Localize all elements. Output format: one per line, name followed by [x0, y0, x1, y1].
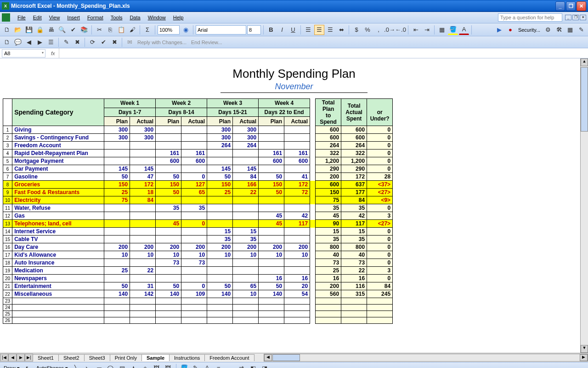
- rv-show-icon[interactable]: ☰: [46, 37, 56, 47]
- sheet-tab[interactable]: Instructions: [169, 354, 205, 361]
- print-preview-icon[interactable]: 🔍: [57, 25, 67, 35]
- help-icon[interactable]: ◉: [181, 25, 191, 35]
- open-icon[interactable]: 📂: [13, 25, 23, 35]
- menu-view[interactable]: View: [45, 13, 64, 22]
- sheet-tab[interactable]: Sample: [141, 354, 170, 361]
- oval-icon[interactable]: ◯: [106, 363, 116, 368]
- menu-insert[interactable]: Insert: [63, 13, 84, 22]
- rectangle-icon[interactable]: ▭: [94, 363, 104, 368]
- font-input[interactable]: [196, 25, 246, 34]
- borders-icon[interactable]: ▦: [437, 25, 447, 35]
- shadow-icon[interactable]: ◧: [248, 363, 258, 368]
- sheet-tab[interactable]: Sheet3: [84, 354, 110, 361]
- menu-data[interactable]: Data: [126, 13, 144, 22]
- line-color-icon[interactable]: ✎: [191, 363, 201, 368]
- scroll-up-icon[interactable]: ▲: [581, 58, 588, 66]
- controls-icon[interactable]: ▦: [565, 25, 575, 35]
- align-center-icon[interactable]: ☰: [314, 25, 324, 35]
- autosum-icon[interactable]: Σ: [142, 25, 153, 35]
- hscroll-left-icon[interactable]: ◀: [264, 354, 272, 361]
- table-row[interactable]: 24: [3, 305, 393, 311]
- table-row[interactable]: 7Gasoline50475005084504120017228: [3, 173, 393, 181]
- arrow-style-icon[interactable]: ⇄: [237, 363, 247, 368]
- doc-minimize-button[interactable]: _: [565, 15, 571, 20]
- comma-icon[interactable]: ,: [373, 25, 384, 35]
- table-row[interactable]: 1Giving3003003003006006000: [3, 126, 393, 134]
- table-row[interactable]: 8Groceries150172150127150166150172600637…: [3, 181, 393, 189]
- close-button[interactable]: ✕: [577, 1, 586, 11]
- table-row[interactable]: 25: [3, 311, 393, 317]
- copy-icon[interactable]: ⎘: [105, 25, 115, 35]
- table-row[interactable]: 4Rapid Debt-Repayment Plan16116116116132…: [3, 150, 393, 157]
- menu-edit[interactable]: Edit: [29, 13, 45, 22]
- doc-restore-button[interactable]: ❐: [572, 15, 579, 20]
- spelling-icon[interactable]: ✔: [68, 25, 78, 35]
- table-row[interactable]: 14Internet Service151515150: [3, 228, 393, 236]
- menu-tools[interactable]: Tools: [107, 13, 126, 22]
- align-left-icon[interactable]: ☰: [303, 25, 313, 35]
- wordart-icon[interactable]: 𝐀: [129, 363, 139, 368]
- worksheet[interactable]: Monthly Spending Plan November Spending …: [0, 58, 588, 353]
- zoom-input[interactable]: [158, 25, 180, 34]
- decrease-indent-icon[interactable]: ⇤: [411, 25, 421, 35]
- macro-record-icon[interactable]: ●: [505, 25, 515, 35]
- bold-icon[interactable]: B: [266, 25, 276, 35]
- table-row[interactable]: 20Newspapers161616160: [3, 275, 393, 282]
- budget-table[interactable]: Spending CategoryWeek 1Week 2Week 3Week …: [3, 98, 393, 324]
- font-color-draw-icon[interactable]: A: [202, 363, 212, 368]
- menu-help[interactable]: Help: [170, 13, 187, 22]
- italic-icon[interactable]: I: [277, 25, 287, 35]
- scroll-thumb[interactable]: [581, 67, 588, 132]
- tab-last-icon[interactable]: ▶|: [25, 354, 33, 362]
- table-row[interactable]: 16Day Care200200200200200200200200800800…: [3, 243, 393, 251]
- table-row[interactable]: 9Fast Food & Restaurants2518506525225072…: [3, 189, 393, 196]
- percent-icon[interactable]: %: [362, 25, 373, 35]
- permission-icon[interactable]: 🔒: [35, 25, 45, 35]
- diagram-icon[interactable]: ◈: [140, 363, 150, 368]
- table-row[interactable]: 22Miscellaneous1401421401091401014054560…: [3, 290, 393, 298]
- security-button[interactable]: Security...: [516, 27, 542, 33]
- table-row[interactable]: 6Car Payment1451451451452902900: [3, 165, 393, 173]
- horizontal-scrollbar[interactable]: ◀ ▶: [264, 354, 588, 362]
- save-icon[interactable]: 💾: [24, 25, 34, 35]
- fill-color-icon[interactable]: 🪣: [448, 25, 458, 35]
- table-row[interactable]: 19Medication252225223: [3, 267, 393, 275]
- sheet-tab[interactable]: Freedom Account: [204, 354, 254, 361]
- rv-track-icon[interactable]: ⟳: [87, 37, 97, 47]
- help-search-input[interactable]: [498, 13, 562, 22]
- print-icon[interactable]: 🖶: [46, 25, 56, 35]
- vertical-scrollbar[interactable]: ▲ ▼: [580, 58, 588, 353]
- vba-icon[interactable]: ⚙: [543, 25, 553, 35]
- menu-file[interactable]: File: [14, 13, 29, 22]
- table-row[interactable]: 21Entertainment50315005065502020011684: [3, 282, 393, 290]
- tab-prev-icon[interactable]: ◀: [8, 354, 17, 362]
- font-color-icon[interactable]: A: [459, 25, 469, 35]
- table-row[interactable]: 18Auto Insurance737373730: [3, 259, 393, 267]
- fill-color-draw-icon[interactable]: 🪣: [179, 363, 189, 368]
- 3d-icon[interactable]: ◨: [260, 363, 270, 368]
- select-objects-icon[interactable]: ↖: [23, 363, 33, 368]
- underline-icon[interactable]: U: [288, 25, 298, 35]
- properties-icon[interactable]: ✎: [576, 25, 586, 35]
- rv-reject-icon[interactable]: ✖: [109, 37, 119, 47]
- table-row[interactable]: 12Gas454245423: [3, 212, 393, 220]
- cut-icon[interactable]: ✂: [94, 25, 104, 35]
- align-right-icon[interactable]: ☰: [325, 25, 335, 35]
- hscroll-thumb[interactable]: [272, 354, 300, 361]
- arrow-icon[interactable]: ↘: [83, 363, 93, 368]
- table-row[interactable]: 10Electricity75847584<9>: [3, 196, 393, 204]
- rv-send-icon[interactable]: ✉: [124, 37, 135, 47]
- autoshapes-menu[interactable]: AutoShapes ▾: [34, 365, 70, 368]
- rv-prev-icon[interactable]: ◀: [24, 37, 34, 47]
- table-row[interactable]: 2Savings - Contingency Fund3003003003006…: [3, 134, 393, 142]
- new-icon[interactable]: 🗋: [2, 25, 12, 35]
- clipart-icon[interactable]: 🖼: [152, 363, 162, 368]
- rv-accept-icon[interactable]: ✔: [98, 37, 108, 47]
- maximize-button[interactable]: ❐: [566, 1, 576, 11]
- menu-format[interactable]: Format: [84, 13, 107, 22]
- end-review-button[interactable]: End Review...: [189, 40, 224, 45]
- macro-play-icon[interactable]: ▶: [494, 25, 504, 35]
- rv-delete-icon[interactable]: ✖: [72, 37, 82, 47]
- decrease-decimal-icon[interactable]: ←.0: [396, 25, 406, 35]
- menu-window[interactable]: Window: [144, 13, 170, 22]
